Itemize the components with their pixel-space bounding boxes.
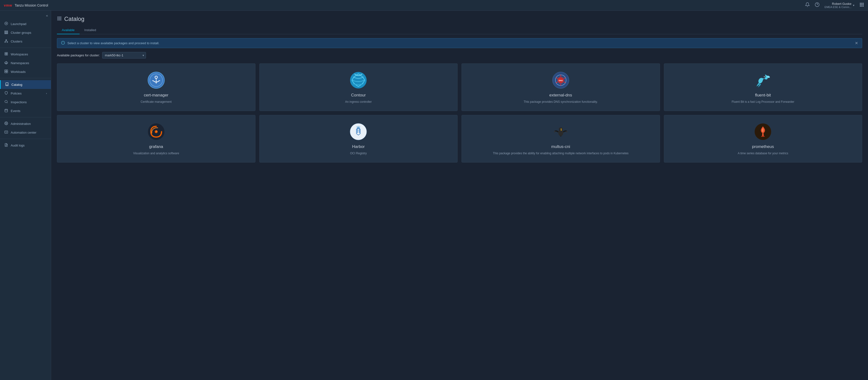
card-grafana[interactable]: grafana Visualization and analytics soft… — [57, 115, 255, 163]
svg-rect-41 — [58, 16, 58, 17]
fluent-bit-logo — [754, 71, 772, 89]
sidebar-item-cluster-groups[interactable]: Cluster groups — [0, 28, 51, 37]
sidebar-item-automation-center[interactable]: Automation center — [0, 128, 51, 137]
card-harbor[interactable]: Harbor OCI Registry — [259, 115, 458, 163]
sidebar-label-clusters: Clusters — [11, 40, 22, 43]
card-prometheus[interactable]: prometheus A time series database for yo… — [664, 115, 862, 163]
sidebar-label-namespaces: Namespaces — [11, 61, 29, 65]
sidebar-item-workloads[interactable]: Workloads — [0, 67, 51, 76]
sidebar-item-audit-logs[interactable]: Audit logs — [0, 141, 51, 150]
user-org: EMEA ESE & Comm... — [825, 6, 851, 8]
svg-rect-46 — [60, 18, 61, 19]
card-grafana-desc: Visualization and analytics software — [133, 151, 179, 156]
sidebar-label-launchpad: Launchpad — [11, 22, 26, 26]
card-multus-cni-desc: This package provides the ability for en… — [493, 151, 629, 156]
svg-rect-13 — [5, 31, 8, 32]
sidebar-item-namespaces[interactable]: Namespaces — [0, 59, 51, 67]
page-title: Catalog — [64, 15, 85, 22]
bell-icon[interactable] — [805, 2, 810, 8]
sidebar-item-catalog[interactable]: Catalog — [0, 80, 51, 89]
workloads-icon — [4, 69, 8, 74]
svg-point-12 — [6, 23, 6, 24]
card-cert-manager-name: cert-manager — [144, 93, 168, 98]
automation-center-icon — [4, 130, 8, 135]
contour-logo — [349, 71, 367, 89]
external-dns-logo: DNS — [552, 71, 569, 89]
policies-icon — [4, 91, 8, 96]
svg-rect-24 — [6, 54, 7, 55]
apps-grid-icon[interactable] — [859, 2, 864, 8]
multus-cni-logo — [552, 123, 569, 140]
svg-point-72 — [764, 76, 765, 77]
svg-rect-9 — [861, 6, 862, 6]
card-harbor-name: Harbor — [352, 144, 365, 149]
vmw-logo: vmw — [4, 3, 12, 7]
card-multus-cni[interactable]: multus-cni This package provides the abi… — [462, 115, 660, 163]
svg-rect-4 — [863, 3, 864, 4]
app-title: Tanzu Mission Control — [14, 3, 48, 7]
svg-rect-8 — [860, 6, 861, 6]
svg-point-18 — [7, 41, 8, 42]
sidebar-collapse-button[interactable]: « — [46, 13, 48, 18]
svg-rect-21 — [5, 53, 6, 54]
user-name: Robert Guske — [825, 2, 851, 6]
catalog-icon — [5, 82, 9, 87]
svg-point-17 — [5, 41, 6, 42]
policies-chevron-icon: › — [46, 92, 47, 95]
prometheus-logo — [754, 123, 772, 140]
sidebar-label-audit-logs: Audit logs — [11, 144, 25, 147]
svg-rect-42 — [59, 16, 60, 17]
user-info[interactable]: Robert Guske EMEA ESE & Comm... ▾ — [825, 2, 855, 8]
tab-installed[interactable]: Installed — [80, 26, 101, 34]
svg-point-16 — [6, 39, 6, 40]
sidebar-label-events: Events — [11, 109, 21, 113]
svg-rect-15 — [5, 33, 8, 34]
svg-line-20 — [6, 40, 7, 41]
sidebar-item-administration[interactable]: Administration — [0, 119, 51, 128]
administration-icon — [4, 122, 8, 126]
sidebar-item-launchpad[interactable]: Launchpad — [0, 20, 51, 28]
svg-rect-14 — [5, 32, 8, 33]
svg-rect-28 — [6, 70, 8, 71]
sidebar-label-inspections: Inspections — [11, 100, 27, 104]
card-fluent-bit-name: fluent-bit — [755, 93, 771, 98]
audit-logs-icon — [4, 143, 8, 147]
card-harbor-desc: OCI Registry — [350, 151, 367, 156]
svg-rect-23 — [5, 54, 6, 55]
info-banner: Select a cluster to view available packa… — [57, 38, 862, 48]
sidebar-label-cluster-groups: Cluster groups — [11, 31, 31, 35]
sidebar-item-events[interactable]: Events — [0, 106, 51, 115]
clusters-icon — [4, 39, 8, 43]
cluster-select[interactable]: mark50-tkc-1 — [102, 52, 146, 59]
svg-point-75 — [156, 131, 157, 132]
topbar: vmw Tanzu Mission Control Robert Guske E… — [0, 0, 868, 11]
sidebar-item-workspaces[interactable]: Workspaces — [0, 50, 51, 59]
info-icon — [61, 41, 65, 45]
card-multus-cni-name: multus-cni — [551, 144, 570, 149]
card-fluent-bit[interactable]: fluent-bit Fluent Bit is a fast Log Proc… — [664, 63, 862, 111]
card-contour[interactable]: Contour An ingress controller — [259, 63, 458, 111]
svg-rect-7 — [863, 4, 864, 5]
cluster-select-row: Available packages for cluster: mark50-t… — [57, 52, 862, 59]
launchpad-icon — [4, 22, 8, 26]
tab-available[interactable]: Available — [57, 26, 80, 34]
card-contour-desc: An ingress controller — [345, 100, 372, 104]
sidebar-divider-3 — [0, 117, 51, 117]
card-external-dns[interactable]: DNS external-dns This package provides D… — [462, 63, 660, 111]
card-grafana-name: grafana — [149, 144, 163, 149]
svg-rect-30 — [6, 71, 8, 73]
sidebar-item-clusters[interactable]: Clusters — [0, 37, 51, 46]
sidebar: « Launchpad Cluster groups — [0, 11, 51, 380]
svg-rect-82 — [358, 132, 359, 133]
card-cert-manager[interactable]: cert-manager Certificate management — [57, 63, 255, 111]
help-icon[interactable] — [815, 2, 819, 8]
info-banner-close-button[interactable]: ✕ — [855, 41, 858, 45]
svg-rect-27 — [5, 70, 6, 71]
svg-rect-47 — [58, 20, 58, 20]
topbar-right: Robert Guske EMEA ESE & Comm... ▾ — [805, 2, 864, 8]
sidebar-item-inspections[interactable]: Inspections — [0, 98, 51, 106]
svg-point-11 — [5, 22, 8, 25]
card-prometheus-name: prometheus — [752, 144, 774, 149]
sidebar-item-policies[interactable]: Policies › — [0, 89, 51, 98]
card-cert-manager-desc: Certificate management — [141, 100, 172, 104]
